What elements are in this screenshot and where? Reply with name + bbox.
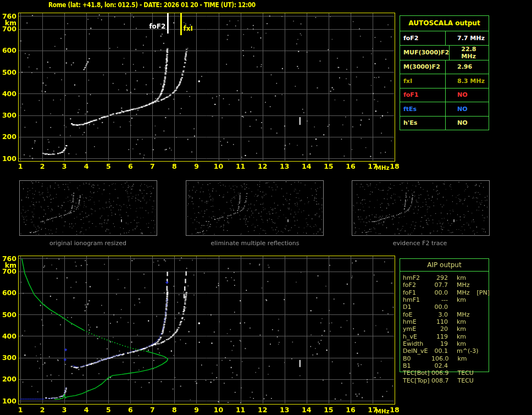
aip-row-foF2: foF207.7MHz — [400, 281, 498, 289]
aip-param-unit: km — [448, 318, 466, 325]
aip-row-D1: D100.0 — [400, 303, 498, 311]
panel-caption-evidence: evidence F2 trace — [351, 240, 489, 247]
aip-param-flag — [470, 281, 477, 289]
aip-param-label: TEC[Top] — [400, 377, 431, 384]
autoscala-row-foF2: foF2 7.7 MHz — [400, 31, 489, 45]
autoscala-param-value: NO — [446, 106, 489, 113]
autoscala-param-value: NO — [446, 91, 489, 98]
aip-param-value: 119 — [431, 333, 448, 340]
aip-param-flag — [467, 355, 474, 362]
aip-param-flag — [457, 303, 464, 311]
aip-param-unit: m^(-3) — [448, 347, 478, 355]
autoscala-param-label: foF2 — [400, 31, 446, 45]
aip-row-hmF1: hmF1---km — [400, 296, 498, 303]
autoscala-table: AUTOSCALA output foF2 7.7 MHz MUF(3000)F… — [400, 15, 489, 130]
aip-param-unit: km — [448, 296, 466, 303]
autoscala-param-label: MUF(3000)F2 — [400, 46, 450, 60]
aip-param-value: 20 — [431, 325, 448, 333]
aip-row-B0: B0106.0km — [400, 355, 498, 362]
aip-param-label: B1 — [400, 362, 431, 369]
autoscala-screen: Rome (lat: +41.8, lon: 012.5) - DATE: 20… — [0, 0, 532, 415]
aip-param-label: foF2 — [400, 281, 431, 289]
autoscala-row-ftEs: ftEs NO — [400, 102, 489, 116]
aip-param-flag — [466, 296, 473, 303]
autoscala-row-hEs: h'Es NO — [400, 116, 489, 130]
aip-param-label: ymE — [400, 325, 431, 333]
aip-param-flag — [466, 340, 473, 347]
autoscala-param-label: h'Es — [400, 117, 446, 130]
aip-table: AIP output hmF2292km foF207.7MHz foF100.… — [400, 258, 498, 388]
autoscala-param-label: foF1 — [400, 88, 446, 102]
aip-row-hmF2: hmF2292km — [400, 274, 498, 281]
aip-param-label: hmE — [400, 318, 431, 325]
aip-row-B1: B102.4 — [400, 362, 498, 369]
aip-row-ymE: ymE20km — [400, 325, 498, 333]
aip-param-unit: MHz — [448, 311, 470, 318]
aip-param-unit — [448, 362, 457, 369]
aip-row-TECTop: TEC[Top]008.7TECU — [400, 377, 498, 384]
aip-param-unit: MHz — [448, 289, 470, 296]
autoscala-param-value: 2.96 — [446, 63, 489, 70]
aip-param-flag — [466, 318, 473, 325]
aip-param-value: 02.4 — [431, 362, 448, 369]
aip-row-Ewidth: Ewidth19km — [400, 340, 498, 347]
autoscala-table-header: AUTOSCALA output — [400, 16, 489, 31]
aip-param-label: Ewidth — [400, 340, 431, 347]
autoscala-param-value: 22.8 MHz — [450, 46, 489, 60]
aip-row-foE: foE3.0MHz — [400, 311, 498, 318]
aip-rows: hmF2292km foF207.7MHz foF100.0MHz[PN] hm… — [400, 274, 498, 384]
aip-row-TECBot: TEC[Bot]006.9TECU — [400, 369, 498, 377]
station-title: Rome (lat: +41.8, lon: 012.5) - DATE: 20… — [48, 1, 256, 9]
aip-param-value: 07.7 — [431, 281, 448, 289]
aip-param-unit: km — [448, 333, 466, 340]
aip-param-label: foF1 — [400, 289, 431, 296]
aip-param-label: hmF2 — [400, 274, 431, 281]
aip-param-flag — [474, 377, 481, 384]
aip-param-flag — [466, 333, 473, 340]
aip-param-label: h_vE — [400, 333, 431, 340]
autoscala-param-value: 7.7 MHz — [446, 35, 489, 42]
aip-param-value: 106.0 — [431, 355, 449, 362]
aip-param-flag — [466, 274, 473, 281]
aip-param-flag — [466, 325, 473, 333]
aip-table-header: AIP output — [400, 258, 489, 272]
aip-param-value: 006.9 — [431, 369, 449, 377]
aip-param-unit: km — [448, 274, 466, 281]
aip-param-value: --- — [431, 296, 448, 303]
aip-param-unit — [448, 303, 457, 311]
autoscala-row-foF1: foF1 NO — [400, 88, 489, 102]
aip-param-label: hmF1 — [400, 296, 431, 303]
aip-row-h_vE: h_vE119km — [400, 333, 498, 340]
aip-param-flag — [470, 311, 477, 318]
aip-row-foF1: foF100.0MHz[PN] — [400, 289, 498, 296]
aip-param-value: 00.0 — [431, 289, 448, 296]
aip-param-unit: MHz — [448, 281, 470, 289]
aip-param-unit: TECU — [449, 369, 474, 377]
aip-param-label: D1 — [400, 303, 431, 311]
autoscala-row-M3000: M(3000)F2 2.96 — [400, 60, 489, 74]
aip-param-flag — [474, 369, 481, 377]
aip-param-label: foE — [400, 311, 431, 318]
aip-param-value: 008.7 — [431, 377, 449, 384]
aip-param-value: 3.0 — [431, 311, 448, 318]
aip-param-unit: km — [449, 355, 467, 362]
aip-param-value: 00.0 — [431, 303, 448, 311]
panel-caption-eliminate: eliminate multiple reflections — [186, 240, 324, 247]
aip-param-value: 00.1 — [431, 347, 448, 355]
aip-param-label: B0 — [400, 355, 431, 362]
autoscala-param-label: ftEs — [400, 102, 446, 116]
aip-param-unit: km — [448, 340, 466, 347]
autoscala-param-label: M(3000)F2 — [400, 60, 446, 74]
aip-param-flag — [457, 362, 464, 369]
aip-param-flag — [478, 347, 485, 355]
aip-param-unit: TECU — [449, 377, 474, 384]
aip-param-unit: km — [448, 325, 466, 333]
aip-param-value: 292 — [431, 274, 448, 281]
aip-param-label: DelN_vE — [400, 347, 431, 355]
autoscala-param-value: NO — [446, 119, 489, 126]
aip-param-value: 19 — [431, 340, 448, 347]
autoscala-param-label: fxI — [400, 74, 446, 88]
aip-param-flag: [PN] — [470, 289, 490, 296]
aip-row-DelN_vE: DelN_vE00.1m^(-3) — [400, 347, 498, 355]
autoscala-row-fxI: fxI 8.3 MHz — [400, 74, 489, 88]
